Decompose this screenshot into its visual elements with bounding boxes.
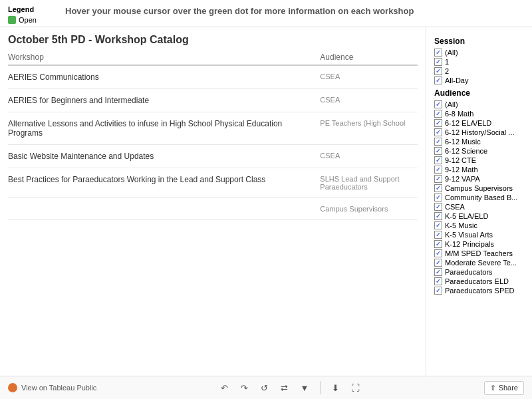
filter-item-label: K-12 Principals — [445, 240, 494, 248]
filter-item-label: K-5 Music — [445, 221, 477, 229]
audience-filter-item[interactable]: CSEA — [434, 203, 524, 211]
toolbar-divider — [320, 381, 321, 394]
filter-checkbox-icon — [434, 287, 442, 295]
audience-filter-item[interactable]: 9-12 CTE — [434, 156, 524, 164]
audience-filter-item[interactable]: K-5 ELA/ELD — [434, 212, 524, 220]
filter-checkbox-icon — [434, 138, 442, 146]
filter-item-label: K-5 ELA/ELD — [445, 212, 488, 220]
filter-checkbox-icon — [434, 128, 442, 136]
page-title: October 5th PD - Workshop Catalog — [8, 27, 418, 50]
filter-item-label: (All) — [445, 100, 458, 108]
audience-filter-item[interactable]: M/M SPED Teachers — [434, 249, 524, 257]
workshop-name-cell: Best Practices for Paraeducators Working… — [8, 168, 315, 198]
col-header-audience: Audience — [315, 50, 418, 65]
filter-checkbox-icon — [434, 166, 442, 174]
filter-item-label: K-5 Visual Arts — [445, 231, 493, 239]
audience-filter-item[interactable]: 6-12 Science — [434, 147, 524, 155]
audience-filter-item[interactable]: Paraeducators — [434, 268, 524, 276]
audience-filter-item[interactable]: 6-8 Math — [434, 110, 524, 118]
pause-button[interactable]: ⇄ — [277, 380, 292, 395]
audience-filter-item[interactable]: 6-12 History/Social ... — [434, 128, 524, 136]
session-filter-item[interactable]: (All) — [434, 49, 524, 57]
filter-item-label: 1 — [445, 58, 449, 66]
filter-checkbox-icon — [434, 147, 442, 155]
undo-button[interactable]: ↶ — [217, 380, 232, 395]
filter-checkbox-icon — [434, 231, 442, 239]
audience-filter-item[interactable]: Paraeducators SPED — [434, 287, 524, 295]
revert-button[interactable]: ↺ — [257, 380, 272, 395]
filter-item-label: All-Day — [445, 76, 468, 84]
audience-filter-item[interactable]: K-5 Visual Arts — [434, 231, 524, 239]
table-header-row: Workshop Audience — [8, 50, 418, 65]
filter-checkbox-icon — [434, 212, 442, 220]
table-area: October 5th PD - Workshop Catalog Worksh… — [0, 27, 426, 376]
workshop-name-cell: AERIES for Beginners and Intermediate — [8, 89, 315, 112]
filter-checkbox-icon — [434, 100, 442, 108]
legend-title: Legend — [8, 5, 55, 13]
share-icon: ⇧ — [490, 384, 496, 392]
share-label: Share — [499, 384, 518, 392]
audience-filter-item[interactable]: 9-12 VAPA — [434, 175, 524, 183]
download-button[interactable]: ⬇ — [329, 380, 343, 395]
legend-section: Legend Open — [8, 5, 55, 24]
table-row: AERIES CommunicationsCSEA — [8, 65, 418, 89]
audience-filter-item[interactable]: Campus Supervisors — [434, 184, 524, 192]
filter-item-label: Paraeducators ELD — [445, 277, 509, 285]
filter-item-label: 6-12 ELA/ELD — [445, 119, 491, 127]
audience-filter-item[interactable]: 6-12 Music — [434, 138, 524, 146]
audience-filter-item[interactable]: Community Based B... — [434, 194, 524, 201]
filter-checkbox-icon — [434, 58, 442, 66]
audience-filter-title: Audience — [434, 88, 524, 98]
toolbar-right: ⇧ Share — [484, 381, 524, 395]
session-filter-item[interactable]: 1 — [434, 58, 524, 66]
table-row: Best Practices for Paraeducators Working… — [8, 168, 418, 198]
session-filter-title: Session — [434, 37, 524, 46]
audience-filter-item[interactable]: Paraeducators ELD — [434, 277, 524, 285]
right-panel: Session (All)12All-Day Audience (All)6-8… — [426, 27, 532, 376]
tableau-logo-icon — [8, 383, 17, 392]
audience-filter-item[interactable]: (All) — [434, 100, 524, 108]
session-filter-item[interactable]: All-Day — [434, 76, 524, 84]
filter-item-label: (All) — [445, 49, 458, 57]
audience-filter-item[interactable]: 9-12 Math — [434, 166, 524, 174]
filter-item-label: Moderate Severe Te... — [445, 259, 517, 267]
filter-checkbox-icon — [434, 277, 442, 285]
filter-item-label: 6-12 Music — [445, 138, 481, 146]
session-filter-item[interactable]: 2 — [434, 67, 524, 75]
bottom-toolbar: View on Tableau Public ↶ ↷ ↺ ⇄ ▼ ⬇ ⛶ ⇧ S… — [0, 376, 532, 399]
open-dot-icon — [8, 16, 16, 24]
workshop-name-cell: Alternative Lessons and Activities to in… — [8, 112, 315, 145]
audience-cell: SLHS Lead and Support Paraeducators — [315, 168, 418, 198]
audience-filter-item[interactable]: K-5 Music — [434, 221, 524, 229]
filter-checkbox-icon — [434, 110, 442, 118]
fullscreen-button[interactable]: ⛶ — [348, 380, 363, 395]
audience-filter-item[interactable]: 6-12 ELA/ELD — [434, 119, 524, 127]
filter-item-label: CSEA — [445, 203, 465, 211]
filter-item-label: 6-12 Science — [445, 147, 487, 155]
table-row: Campus Supervisors — [8, 198, 418, 220]
table-row: AERIES for Beginners and IntermediateCSE… — [8, 89, 418, 112]
audience-filter-item[interactable]: K-12 Principals — [434, 240, 524, 248]
filter-checkbox-icon — [434, 203, 442, 211]
redo-button[interactable]: ↷ — [237, 380, 252, 395]
audience-cell: Campus Supervisors — [315, 198, 418, 220]
table-body: AERIES CommunicationsCSEAAERIES for Begi… — [8, 65, 418, 220]
more-button[interactable]: ▼ — [297, 380, 312, 395]
top-banner: Legend Open Hover your mouse cursor over… — [0, 0, 532, 27]
filter-item-label: Campus Supervisors — [445, 184, 513, 192]
toolbar-center: ↶ ↷ ↺ ⇄ ▼ ⬇ ⛶ — [217, 380, 363, 395]
audience-cell: PE Teachers (High School — [315, 112, 418, 145]
tableau-link[interactable]: View on Tableau Public — [8, 383, 96, 392]
share-button[interactable]: ⇧ Share — [484, 381, 524, 395]
filter-item-label: 6-8 Math — [445, 110, 473, 118]
audience-filter-items: (All)6-8 Math6-12 ELA/ELD6-12 History/So… — [434, 100, 524, 295]
audience-cell: CSEA — [315, 145, 418, 168]
filter-checkbox-icon — [434, 184, 442, 192]
filter-checkbox-icon — [434, 221, 442, 229]
workshop-table: Workshop Audience AERIES CommunicationsC… — [8, 50, 418, 220]
legend-open-item: Open — [8, 16, 55, 24]
table-row: Basic Website Maintenance and UpdatesCSE… — [8, 145, 418, 168]
table-row: Alternative Lessons and Activities to in… — [8, 112, 418, 145]
audience-filter-item[interactable]: Moderate Severe Te... — [434, 259, 524, 267]
session-filter-items: (All)12All-Day — [434, 49, 524, 84]
